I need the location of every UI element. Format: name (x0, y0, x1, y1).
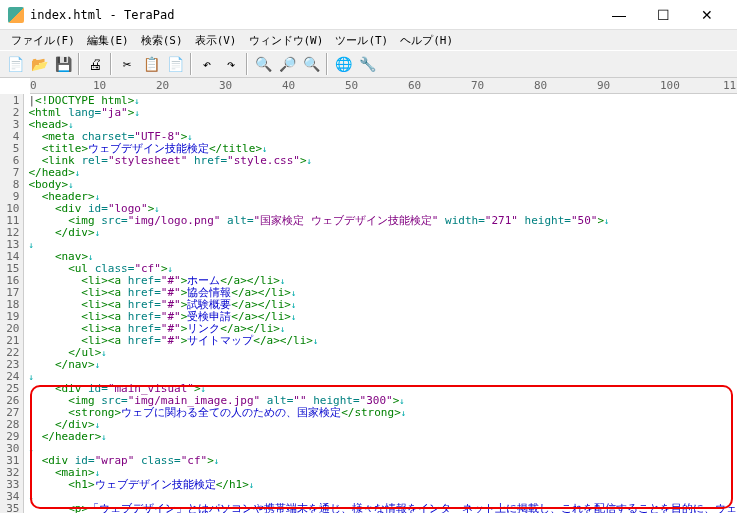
code-line[interactable]: <p>「ウェブデザイン」とはパソコンや携帯端末を通じ、様々な情報をインターネット… (28, 503, 737, 513)
redo-icon[interactable]: ↷ (220, 53, 242, 75)
line-gutter: 1234567891011121314151617181920212223242… (0, 94, 24, 513)
code-line[interactable]: </nav>↓ (28, 359, 737, 371)
replace-icon[interactable]: 🔍 (300, 53, 322, 75)
code-line[interactable]: <li><a href="#">サイトマップ</a></li>↓ (28, 335, 737, 347)
code-line[interactable]: <strong>ウェブに関わる全ての人のための、国家検定</strong>↓ (28, 407, 737, 419)
undo-icon[interactable]: ↶ (196, 53, 218, 75)
ruler-mark: 10 (93, 79, 106, 92)
ruler-mark: 80 (534, 79, 547, 92)
ruler-mark: 20 (156, 79, 169, 92)
menu-file[interactable]: ファイル(F) (6, 31, 80, 50)
close-button[interactable]: ✕ (685, 1, 729, 29)
tool-icon[interactable]: 🔧 (356, 53, 378, 75)
code-area[interactable]: |<!DOCTYPE html>↓<html lang="ja">↓<head>… (24, 94, 737, 513)
window-title: index.html - TeraPad (30, 8, 597, 22)
ruler: 0 10 20 30 40 50 60 70 80 90 100 110 (30, 78, 737, 94)
minimize-button[interactable]: — (597, 1, 641, 29)
separator (326, 53, 328, 75)
cut-icon[interactable]: ✂ (116, 53, 138, 75)
code-line[interactable]: <body>↓ (28, 179, 737, 191)
menu-edit[interactable]: 編集(E) (82, 31, 134, 50)
ruler-mark: 100 (660, 79, 680, 92)
code-line[interactable]: </header>↓ (28, 431, 737, 443)
findnext-icon[interactable]: 🔎 (276, 53, 298, 75)
code-line[interactable]: </div>↓ (28, 419, 737, 431)
save-icon[interactable]: 💾 (52, 53, 74, 75)
ruler-mark: 30 (219, 79, 232, 92)
ruler-mark: 110 (723, 79, 737, 92)
web-icon[interactable]: 🌐 (332, 53, 354, 75)
menu-window[interactable]: ウィンドウ(W) (244, 31, 329, 50)
ruler-mark: 60 (408, 79, 421, 92)
code-line[interactable]: </head>↓ (28, 167, 737, 179)
editor: 1234567891011121314151617181920212223242… (0, 94, 737, 513)
code-line[interactable]: |<!DOCTYPE html>↓ (28, 95, 737, 107)
code-line[interactable]: <img src="img/logo.png" alt="国家検定 ウェブデザイ… (28, 215, 737, 227)
toolbar: 📄 📂 💾 🖨 ✂ 📋 📄 ↶ ↷ 🔍 🔎 🔍 🌐 🔧 (0, 50, 737, 78)
code-line[interactable]: <h1>ウェブデザイン技能検定</h1>↓ (28, 479, 737, 491)
paste-icon[interactable]: 📄 (164, 53, 186, 75)
ruler-mark: 0 (30, 79, 37, 92)
menu-search[interactable]: 検索(S) (136, 31, 188, 50)
code-line[interactable]: <link rel="stylesheet" href="style.css">… (28, 155, 737, 167)
code-line[interactable]: ↓ (28, 239, 737, 251)
ruler-mark: 40 (282, 79, 295, 92)
open-icon[interactable]: 📂 (28, 53, 50, 75)
new-icon[interactable]: 📄 (4, 53, 26, 75)
menubar: ファイル(F) 編集(E) 検索(S) 表示(V) ウィンドウ(W) ツール(T… (0, 30, 737, 50)
ruler-mark: 50 (345, 79, 358, 92)
separator (78, 53, 80, 75)
menu-view[interactable]: 表示(V) (190, 31, 242, 50)
separator (190, 53, 192, 75)
maximize-button[interactable]: ☐ (641, 1, 685, 29)
copy-icon[interactable]: 📋 (140, 53, 162, 75)
menu-tool[interactable]: ツール(T) (330, 31, 393, 50)
separator (110, 53, 112, 75)
titlebar: index.html - TeraPad — ☐ ✕ (0, 0, 737, 30)
ruler-mark: 70 (471, 79, 484, 92)
print-icon[interactable]: 🖨 (84, 53, 106, 75)
ruler-mark: 90 (597, 79, 610, 92)
app-icon (8, 7, 24, 23)
code-line[interactable]: </div>↓ (28, 227, 737, 239)
code-line[interactable]: </ul>↓ (28, 347, 737, 359)
line-number: 35 (0, 503, 19, 513)
menu-help[interactable]: ヘルプ(H) (395, 31, 458, 50)
find-icon[interactable]: 🔍 (252, 53, 274, 75)
code-line[interactable]: <div id="wrap" class="cf">↓ (28, 455, 737, 467)
code-line[interactable]: <html lang="ja">↓ (28, 107, 737, 119)
separator (246, 53, 248, 75)
